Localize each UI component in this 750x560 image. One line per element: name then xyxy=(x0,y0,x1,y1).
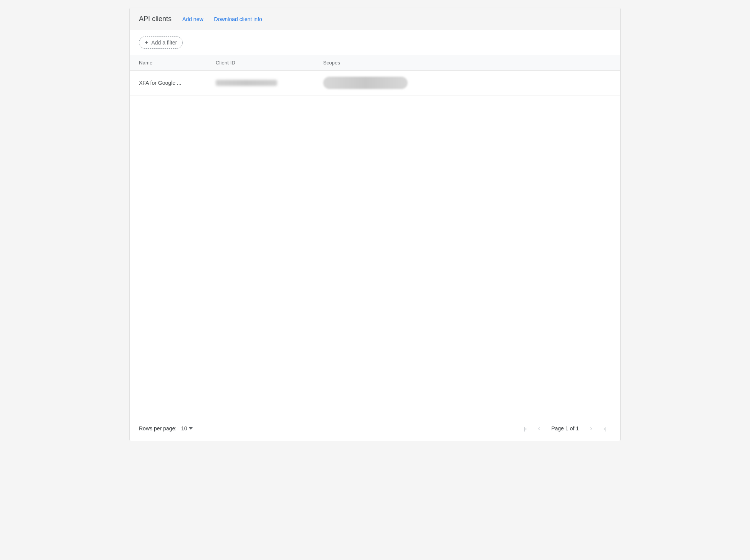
cell-scopes xyxy=(323,77,611,89)
filter-bar: + Add a filter xyxy=(130,30,620,55)
add-filter-button[interactable]: + Add a filter xyxy=(139,36,183,49)
rows-per-page-value: 10 xyxy=(181,425,187,432)
pagination-section: Page 1 of 1 xyxy=(519,422,611,435)
download-client-info-link[interactable]: Download client info xyxy=(214,16,262,22)
api-clients-table: Name Client ID Scopes XFA for Google ... xyxy=(130,55,620,416)
column-header-scopes: Scopes xyxy=(323,60,611,66)
scopes-blurred xyxy=(323,77,408,89)
last-page-button[interactable] xyxy=(599,422,611,435)
page-title: API clients xyxy=(139,15,172,23)
api-clients-panel: API clients Add new Download client info… xyxy=(129,8,621,441)
plus-icon: + xyxy=(145,39,148,46)
pagination-nav-next xyxy=(585,422,611,435)
add-filter-label: Add a filter xyxy=(151,40,177,46)
page-header: API clients Add new Download client info xyxy=(130,8,620,30)
table-body: XFA for Google ... xyxy=(130,71,620,416)
column-header-name: Name xyxy=(139,60,216,66)
rows-per-page-label: Rows per page: xyxy=(139,425,177,432)
client-id-blurred xyxy=(216,80,277,86)
cell-name: XFA for Google ... xyxy=(139,80,216,86)
cell-client-id xyxy=(216,80,323,86)
first-page-button[interactable] xyxy=(519,422,531,435)
add-new-link[interactable]: Add new xyxy=(182,16,203,22)
next-page-button[interactable] xyxy=(585,422,597,435)
rows-per-page-select[interactable]: 10 xyxy=(181,425,193,432)
column-header-client-id: Client ID xyxy=(216,60,323,66)
table-header: Name Client ID Scopes xyxy=(130,55,620,71)
pagination-nav xyxy=(519,422,545,435)
table-footer: Rows per page: 10 Page 1 of 1 xyxy=(130,416,620,441)
table-row[interactable]: XFA for Google ... xyxy=(130,71,620,96)
dropdown-arrow-icon xyxy=(189,427,193,430)
prev-page-button[interactable] xyxy=(533,422,545,435)
rows-per-page-section: Rows per page: 10 xyxy=(139,425,193,432)
page-info: Page 1 of 1 xyxy=(551,425,579,432)
